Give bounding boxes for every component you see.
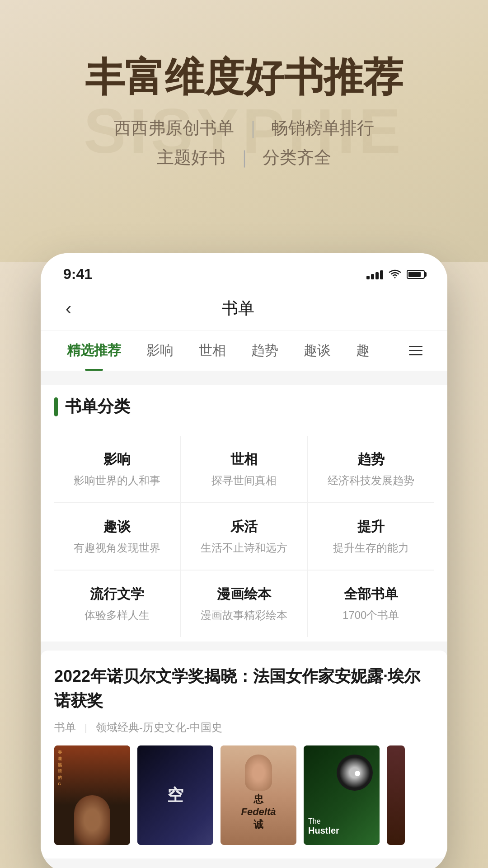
book-cover-2[interactable]: 空 [137, 745, 213, 845]
tab-talk[interactable]: 趣谈 [300, 330, 334, 371]
category-cell-manga[interactable]: 漫画绘本 漫画故事精彩绘本 [181, 571, 307, 637]
book4-circle [337, 755, 373, 791]
category-cell-influence[interactable]: 影响 影响世界的人和事 [54, 436, 180, 502]
subtitle-part2: 畅销榜单排行 [271, 118, 374, 137]
hero-subtitle: 西西弗原创书单 ｜ 畅销榜单排行 主题好书 ｜ 分类齐全 [27, 113, 461, 172]
book3-cheng: 诚 [221, 818, 296, 831]
tab-influence[interactable]: 影响 [143, 330, 177, 371]
category-desc-trend: 经济科技发展趋势 [317, 473, 425, 488]
category-title-lehuo: 乐活 [190, 518, 298, 536]
category-title-influence: 影响 [63, 450, 171, 469]
category-title-world: 世相 [190, 450, 298, 469]
section-bar [54, 397, 58, 416]
books-row: 吞 噬 黑 暗 的 G [54, 745, 434, 845]
tab-menu-icon[interactable] [407, 344, 425, 358]
featured-section[interactable]: 2022年诺贝尔文学奖揭晓：法国女作家安妮露·埃尔诺获奖 书单 ｜ 领域经典-历… [41, 651, 447, 859]
book-cover-3[interactable]: 忠 Fedeltà 诚 [221, 745, 296, 845]
book3-fedelta: Fedeltà [221, 806, 296, 818]
section-header: 书单分类 [54, 385, 434, 425]
category-desc-influence: 影响世界的人和事 [63, 473, 171, 488]
app-body: 书单分类 影响 影响世界的人和事 世相 探寻世间真相 趋势 经济科技发展趋势 [41, 371, 447, 868]
category-desc-fiction: 体验多样人生 [63, 608, 171, 623]
category-grid-container: 书单分类 影响 影响世界的人和事 世相 探寻世间真相 趋势 经济科技发展趋势 [41, 385, 447, 642]
book-cover-1[interactable]: 吞 噬 黑 暗 的 G [54, 745, 130, 845]
status-icons [366, 269, 425, 279]
book4-the: The [308, 817, 375, 826]
subtitle-part3: 主题好书 [157, 148, 225, 167]
book-cover-4[interactable]: The Hustler [304, 745, 380, 845]
category-title-fiction: 流行文学 [63, 585, 171, 604]
category-title-tisheng: 提升 [317, 518, 425, 536]
category-desc-quetan: 有趣视角发现世界 [63, 541, 171, 555]
featured-meta-category: 领域经典-历史文化-中国史 [96, 720, 222, 735]
tab-misc[interactable]: 趣 [352, 330, 373, 371]
category-cell-fiction[interactable]: 流行文学 体验多样人生 [54, 571, 180, 637]
category-desc-all: 1700个书单 [317, 608, 425, 623]
category-desc-lehuo: 生活不止诗和远方 [190, 541, 298, 555]
subtitle-divider2: ｜ [236, 148, 253, 167]
category-cell-world[interactable]: 世相 探寻世间真相 [181, 436, 307, 502]
status-bar: 9:41 [41, 253, 447, 287]
subtitle-part1: 西西弗原创书单 [114, 118, 234, 137]
category-desc-world: 探寻世间真相 [190, 473, 298, 488]
category-title-all: 全部书单 [317, 585, 425, 604]
tab-trend[interactable]: 趋势 [248, 330, 282, 371]
phone-mockup: 9:41 [41, 253, 447, 868]
book4-hustler: Hustler [308, 826, 375, 836]
category-desc-manga: 漫画故事精彩绘本 [190, 608, 298, 623]
category-desc-tisheng: 提升生存的能力 [317, 541, 425, 555]
status-time: 9:41 [63, 266, 92, 283]
signal-icon [366, 269, 383, 279]
subtitle-part4: 分类齐全 [263, 148, 331, 167]
featured-meta: 书单 ｜ 领域经典-历史文化-中国史 [54, 720, 434, 735]
category-cell-tisheng[interactable]: 提升 提升生存的能力 [308, 503, 434, 570]
nav-bar: ‹ 书单 [41, 287, 447, 330]
category-cell-lehuo[interactable]: 乐活 生活不止诗和远方 [181, 503, 307, 570]
category-grid: 影响 影响世界的人和事 世相 探寻世间真相 趋势 经济科技发展趋势 趣谈 有 [54, 436, 434, 637]
hero-title: 丰富维度好书推荐 [27, 54, 461, 100]
category-title-manga: 漫画绘本 [190, 585, 298, 604]
category-title-trend: 趋势 [317, 450, 425, 469]
battery-icon [407, 270, 425, 279]
book-cover-5 [387, 745, 405, 845]
category-title-quetan: 趣谈 [63, 518, 171, 536]
hero-section: SISYPHIE 丰富维度好书推荐 西西弗原创书单 ｜ 畅销榜单排行 主题好书 … [0, 0, 488, 262]
tab-featured[interactable]: 精选推荐 [63, 330, 125, 371]
featured-meta-divider: ｜ [81, 722, 90, 734]
back-button[interactable]: ‹ [63, 296, 78, 321]
nav-title: 书单 [78, 297, 398, 320]
category-tabs: 精选推荐 影响 世相 趋势 趣谈 趣 [41, 330, 447, 371]
section-title: 书单分类 [65, 396, 130, 418]
featured-title: 2022年诺贝尔文学奖揭晓：法国女作家安妮露·埃尔诺获奖 [54, 664, 434, 713]
tab-world[interactable]: 世相 [195, 330, 230, 371]
wifi-icon [389, 269, 401, 279]
featured-meta-tag: 书单 [54, 720, 76, 735]
subtitle-divider1: ｜ [244, 118, 261, 137]
book2-char: 空 [167, 784, 183, 807]
book3-zhong: 忠 [221, 793, 296, 806]
category-cell-quetan[interactable]: 趣谈 有趣视角发现世界 [54, 503, 180, 570]
category-cell-all[interactable]: 全部书单 1700个书单 [308, 571, 434, 637]
category-cell-trend[interactable]: 趋势 经济科技发展趋势 [308, 436, 434, 502]
